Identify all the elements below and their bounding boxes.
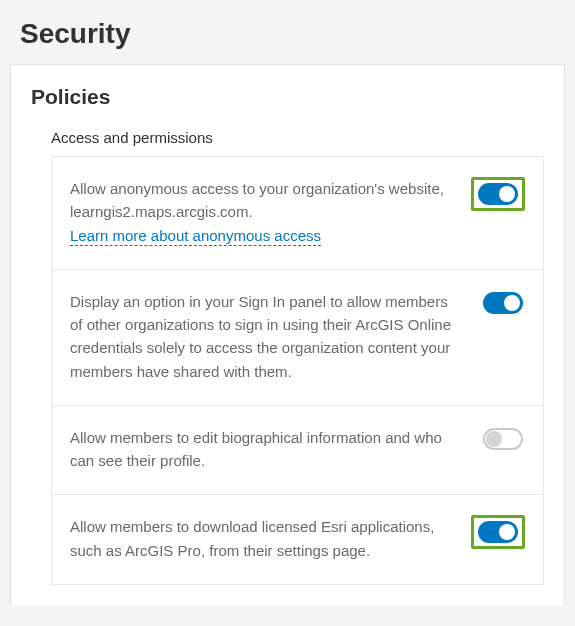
learn-more-anonymous-access-link[interactable]: Learn more about anonymous access: [70, 227, 321, 246]
setting-row-download-apps: Allow members to download licensed Esri …: [52, 495, 543, 585]
toggle-anonymous-access[interactable]: [478, 183, 518, 205]
section-title-access-permissions: Access and permissions: [11, 115, 564, 156]
toggle-wrap: [481, 290, 525, 316]
toggle-edit-bio[interactable]: [483, 428, 523, 450]
page-title: Security: [0, 0, 575, 64]
toggle-knob-icon: [499, 524, 515, 540]
toggle-signin-panel-option[interactable]: [483, 292, 523, 314]
setting-text: Allow members to edit biographical infor…: [70, 426, 463, 473]
setting-description: Allow anonymous access to your organizat…: [70, 180, 444, 220]
setting-description: Allow members to download licensed Esri …: [70, 518, 434, 558]
toggle-highlight: [471, 177, 525, 211]
setting-text: Allow members to download licensed Esri …: [70, 515, 453, 562]
setting-text: Allow anonymous access to your organizat…: [70, 177, 453, 247]
setting-text: Display an option in your Sign In panel …: [70, 290, 463, 383]
setting-row-signin-panel-option: Display an option in your Sign In panel …: [52, 270, 543, 406]
toggle-knob-icon: [504, 295, 520, 311]
policies-panel: Policies Access and permissions Allow an…: [10, 64, 565, 605]
settings-list: Allow anonymous access to your organizat…: [51, 156, 544, 585]
toggle-wrap: [481, 426, 525, 452]
setting-description: Display an option in your Sign In panel …: [70, 293, 451, 380]
panel-title: Policies: [11, 65, 564, 115]
toggle-knob-icon: [486, 431, 502, 447]
toggle-download-apps[interactable]: [478, 521, 518, 543]
setting-row-edit-bio: Allow members to edit biographical infor…: [52, 406, 543, 496]
setting-description: Allow members to edit biographical infor…: [70, 429, 442, 469]
security-settings-page: Security Policies Access and permissions…: [0, 0, 575, 605]
toggle-knob-icon: [499, 186, 515, 202]
setting-row-anonymous-access: Allow anonymous access to your organizat…: [52, 157, 543, 270]
toggle-highlight: [471, 515, 525, 549]
